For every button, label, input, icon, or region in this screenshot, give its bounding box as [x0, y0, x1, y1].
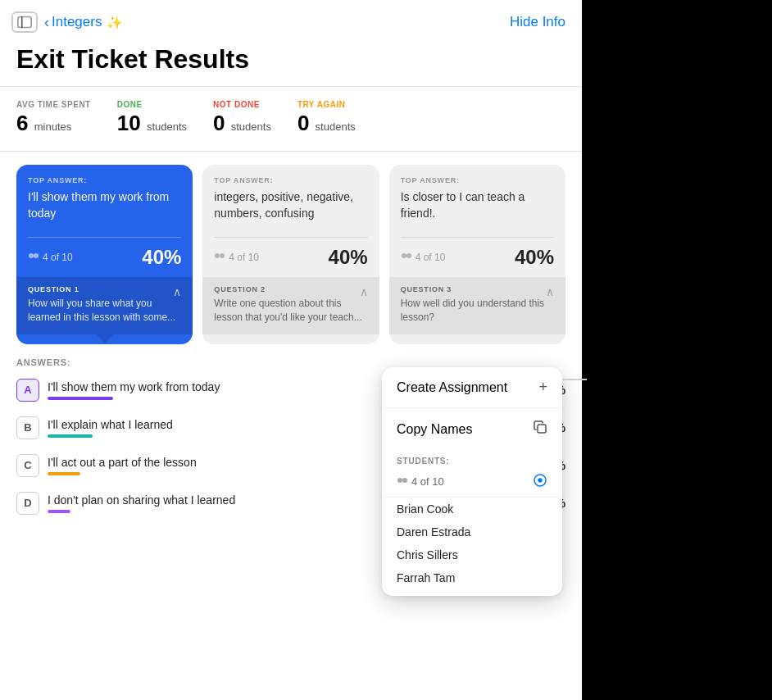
chevron-up-icon-3: ∧: [546, 285, 554, 298]
stats-row: AVG TIME SPENT 6 minutes DONE 10 student…: [0, 100, 582, 136]
card2-top: TOP ANSWER: integers, positive, negative…: [202, 165, 379, 237]
answer-letter-d: D: [16, 492, 39, 515]
divider-2: [0, 151, 582, 152]
copy-icon: [533, 420, 547, 439]
card3-stats: 4 of 10 40%: [389, 238, 565, 277]
answer-bar-a: [48, 397, 113, 400]
try-again-value: 0 students: [297, 111, 356, 136]
card1-pct: 40%: [142, 246, 181, 269]
sparkle-icon: ✨: [107, 15, 123, 30]
svg-point-7: [406, 253, 411, 258]
card3-q-label: QUESTION 3: [401, 285, 554, 293]
chevron-up-icon-1: ∧: [173, 285, 181, 298]
answer-bar-d: [48, 510, 70, 513]
create-assignment-item[interactable]: Create Assignment +: [382, 367, 562, 408]
copy-names-item[interactable]: Copy Names: [382, 408, 562, 450]
students-sub-panel: STUDENTS: 4 of 10 Brian Cook Daren Estra…: [382, 450, 562, 596]
svg-rect-8: [538, 425, 546, 433]
student-name-1: Brian Cook: [382, 498, 562, 520]
card1-top-answer-label: TOP ANSWER:: [28, 176, 181, 184]
answer-letter-a: A: [16, 379, 39, 402]
stat-done: DONE 10 students: [117, 100, 213, 136]
card3-bottom: QUESTION 3 How well did you understand t…: [389, 277, 565, 334]
top-bar-left: ‹ Integers ✨: [11, 11, 123, 33]
svg-point-3: [34, 253, 39, 258]
card2-bottom: QUESTION 2 Write one question about this…: [202, 277, 379, 334]
card2-top-answer-label: TOP ANSWER:: [214, 176, 367, 184]
card1-q-label: QUESTION 1: [28, 285, 181, 293]
answer-letter-b: B: [16, 416, 39, 439]
copy-names-label: Copy Names: [397, 422, 472, 437]
stat-avg-time: AVG TIME SPENT 6 minutes: [16, 100, 117, 136]
answers-title: ANSWERS:: [16, 357, 565, 367]
svg-point-5: [220, 253, 225, 258]
chevron-left-icon: ‹: [44, 14, 49, 31]
svg-point-4: [215, 253, 220, 258]
question-card-1[interactable]: TOP ANSWER: I'll show them my work from …: [16, 165, 193, 344]
dropdown-popup: Create Assignment + Copy Names STUDENTS:…: [382, 367, 562, 596]
hide-info-button[interactable]: Hide Info: [510, 14, 565, 30]
svg-point-2: [29, 253, 34, 258]
students-count: 4 of 10: [397, 475, 444, 488]
page-title: Exit Ticket Results: [0, 41, 582, 86]
card3-top-answer-text: Is closer to I can teach a friend!.: [401, 189, 554, 229]
card2-top-answer-text: integers, positive, negative, numbers, c…: [214, 189, 367, 229]
card2-pct: 40%: [329, 246, 368, 269]
card2-stats: 4 of 10 40%: [202, 238, 379, 277]
card2-q-text: Write one question about this lesson tha…: [214, 297, 367, 325]
card1-stats: 4 of 10 40%: [16, 238, 193, 277]
card3-count: 4 of 10: [401, 252, 446, 263]
plus-icon: +: [538, 379, 547, 396]
top-bar: ‹ Integers ✨ Hide Info: [0, 0, 582, 41]
chevron-up-icon-2: ∧: [360, 285, 368, 298]
card2-q-label: QUESTION 2: [214, 285, 367, 293]
svg-point-6: [402, 253, 406, 258]
connector-line: [562, 379, 587, 380]
students-count-row: 4 of 10: [382, 469, 562, 498]
card1-top-answer-text: I'll show them my work from today: [28, 189, 181, 229]
question-card-2[interactable]: TOP ANSWER: integers, positive, negative…: [202, 165, 379, 344]
card2-count: 4 of 10: [214, 252, 259, 263]
answer-letter-c: C: [16, 454, 39, 477]
svg-rect-0: [18, 16, 31, 27]
create-assignment-label: Create Assignment: [397, 380, 507, 395]
card1-bottom: QUESTION 1 How will you share what you l…: [16, 277, 193, 334]
card3-top-answer-label: TOP ANSWER:: [401, 176, 554, 184]
students-circle-icon: [533, 473, 547, 490]
card1-count: 4 of 10: [28, 252, 73, 263]
question-card-3[interactable]: TOP ANSWER: Is closer to I can teach a f…: [389, 165, 565, 344]
answer-bar-b: [48, 434, 93, 438]
avg-time-label: AVG TIME SPENT: [16, 100, 91, 109]
not-done-value: 0 students: [213, 111, 271, 136]
student-name-3: Chris Sillers: [382, 543, 562, 566]
card1-speech-tail: [97, 334, 113, 344]
try-again-label: TRY AGAIN: [297, 100, 356, 109]
card3-q-text: How well did you understand this lesson?: [401, 297, 554, 325]
student-name-4: Farrah Tam: [382, 566, 562, 589]
done-value: 10 students: [117, 111, 187, 136]
divider-1: [0, 86, 582, 87]
back-label: Integers: [52, 14, 102, 30]
back-link[interactable]: ‹ Integers ✨: [44, 14, 123, 31]
not-done-label: NOT DONE: [213, 100, 271, 109]
sidebar-toggle-button[interactable]: [11, 11, 38, 33]
card3-pct: 40%: [515, 246, 554, 269]
card1-top: TOP ANSWER: I'll show them my work from …: [16, 165, 193, 237]
card3-top: TOP ANSWER: Is closer to I can teach a f…: [389, 165, 565, 237]
svg-point-10: [402, 478, 407, 483]
stat-not-done: NOT DONE 0 students: [213, 100, 297, 136]
student-name-2: Daren Estrada: [382, 520, 562, 543]
card1-q-text: How will you share what you learned in t…: [28, 297, 181, 325]
done-label: DONE: [117, 100, 187, 109]
students-header: STUDENTS:: [382, 450, 562, 469]
stat-try-again: TRY AGAIN 0 students: [297, 100, 382, 136]
avg-time-value: 6 minutes: [16, 111, 91, 136]
svg-point-12: [538, 479, 542, 482]
answer-bar-c: [48, 472, 80, 475]
svg-point-9: [397, 478, 402, 483]
cards-row: TOP ANSWER: I'll show them my work from …: [0, 165, 582, 344]
